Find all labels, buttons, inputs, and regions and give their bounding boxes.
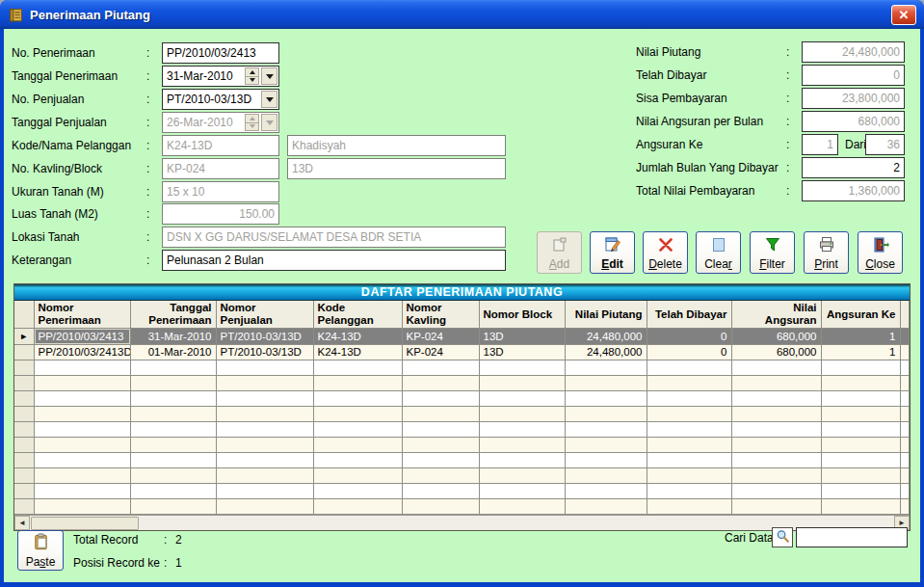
cell[interactable]: 13D <box>479 329 565 345</box>
colon: : <box>786 115 789 128</box>
cell[interactable]: K24-13D <box>313 329 402 345</box>
cell <box>731 391 821 407</box>
cell <box>130 360 216 376</box>
cell <box>647 407 731 422</box>
spin-down-icon[interactable] <box>245 77 259 86</box>
cell <box>731 376 821 391</box>
close-form-button[interactable]: Close <box>858 231 903 274</box>
col-telah-dibayar[interactable]: Telah Dibayar <box>647 301 731 329</box>
paste-icon <box>32 533 50 554</box>
grid-row-selected[interactable]: ► PP/2010/03/2413 31-Mar-2010 PT/2010-03… <box>14 329 910 345</box>
telah-dibayar-input <box>802 65 905 86</box>
cell[interactable]: PT/2010-03/13D <box>216 329 313 345</box>
cell[interactable]: KP-024 <box>402 329 479 345</box>
col-nomor-kavling[interactable]: NomorKavling <box>402 301 479 329</box>
cell <box>647 422 731 438</box>
cell[interactable]: 0 <box>647 345 731 360</box>
col-nomor-block[interactable]: Nomor Block <box>479 301 565 329</box>
cell <box>216 360 313 376</box>
combo-dropdown-icon[interactable] <box>261 91 277 108</box>
cell <box>731 484 821 499</box>
no-penerimaan-input[interactable] <box>162 42 279 64</box>
scrollbar-thumb[interactable] <box>31 517 139 530</box>
row-indicator <box>14 468 34 484</box>
date-value: 31-Mar-2010 <box>164 67 245 85</box>
close-window-button[interactable]: ✕ <box>891 5 916 25</box>
exit-door-icon <box>872 236 889 256</box>
colon: : <box>786 184 789 198</box>
col-angsuran-ke[interactable]: Angsuran Ke <box>821 301 900 329</box>
col-filler <box>900 301 910 329</box>
clear-icon <box>710 236 727 256</box>
edit-button[interactable]: Edit <box>590 231 635 274</box>
cell <box>479 391 565 407</box>
no-block-input <box>287 158 506 179</box>
colon: : <box>146 139 149 152</box>
grid-corner-cell <box>14 301 34 329</box>
cell <box>402 360 479 376</box>
cell <box>821 453 900 468</box>
calendar-dropdown-icon[interactable] <box>261 67 277 85</box>
cell[interactable]: PP/2010/03/2413D <box>34 345 130 360</box>
cell[interactable]: 1 <box>821 329 900 345</box>
label-sisa-pembayaran: Sisa Pembayaran <box>636 92 727 105</box>
clear-button[interactable]: Clear <box>696 231 741 274</box>
col-tanggal-penerimaan[interactable]: TanggalPenerimaan <box>130 301 216 329</box>
search-button[interactable] <box>772 527 793 547</box>
cell <box>402 376 479 391</box>
row-indicator <box>14 345 34 360</box>
cell <box>565 499 647 515</box>
cell[interactable]: PT/2010-03/13D <box>216 345 313 360</box>
filter-icon <box>764 236 781 256</box>
cell[interactable]: 13D <box>479 345 565 360</box>
spin-up-icon[interactable] <box>245 67 259 77</box>
record-position-value: 1 <box>175 556 182 570</box>
col-nilai-angsuran[interactable]: NilaiAngsuran <box>731 301 821 329</box>
grid-row[interactable]: PP/2010/03/2413D 01-Mar-2010 PT/2010-03/… <box>14 345 910 360</box>
cell <box>565 407 647 422</box>
cell[interactable]: PP/2010/03/2413 <box>34 329 130 345</box>
grid-empty-row <box>14 407 910 422</box>
cell <box>565 468 647 484</box>
label-jumlah-bulan-dibayar: Jumlah Bulan Yang Dibayar <box>636 161 779 174</box>
paste-button[interactable]: Paste <box>17 530 64 571</box>
cell-filler <box>900 468 910 484</box>
no-penjualan-combobox[interactable]: PT/2010-03/13D <box>162 89 279 110</box>
app-ledger-icon <box>8 7 24 23</box>
col-nomor-penerimaan[interactable]: NomorPenerimaan <box>34 301 130 329</box>
col-nilai-piutang[interactable]: Nilai Piutang <box>565 301 647 329</box>
nilai-piutang-input <box>802 41 905 63</box>
cell[interactable]: 31-Mar-2010 <box>130 329 216 345</box>
search-input[interactable] <box>796 527 908 547</box>
cell[interactable]: 680,000 <box>731 345 821 360</box>
cell[interactable]: 01-Mar-2010 <box>130 345 216 360</box>
keterangan-input[interactable] <box>162 250 506 271</box>
row-indicator <box>14 422 34 438</box>
cell <box>731 499 821 515</box>
scroll-left-icon[interactable]: ◄ <box>14 516 30 530</box>
print-button[interactable]: Print <box>804 231 849 274</box>
cell[interactable]: 1 <box>821 345 900 360</box>
print-icon <box>818 236 835 256</box>
filter-button[interactable]: Filter <box>750 231 795 274</box>
cell <box>216 376 313 391</box>
cell[interactable]: 24,480,000 <box>565 329 647 345</box>
cell[interactable]: 680,000 <box>731 329 821 345</box>
cell[interactable]: K24-13D <box>313 345 402 360</box>
cell <box>402 407 479 422</box>
cell[interactable]: KP-024 <box>402 345 479 360</box>
angsuran-ke-input <box>802 134 838 155</box>
cell[interactable]: 24,480,000 <box>565 345 647 360</box>
grid-empty-row <box>14 453 910 468</box>
cell <box>565 438 647 453</box>
tanggal-penerimaan-datepicker[interactable]: 31-Mar-2010 <box>162 66 279 87</box>
col-nomor-penjualan[interactable]: NomorPenjualan <box>216 301 313 329</box>
colon: : <box>164 556 167 570</box>
cell <box>34 360 130 376</box>
delete-button[interactable]: Delete <box>643 231 688 274</box>
total-record-label: Total Record <box>73 533 138 547</box>
cell <box>731 438 821 453</box>
jumlah-bulan-input[interactable] <box>802 157 905 178</box>
cell[interactable]: 0 <box>647 329 731 345</box>
col-kode-pelanggan[interactable]: KodePelanggan <box>313 301 402 329</box>
